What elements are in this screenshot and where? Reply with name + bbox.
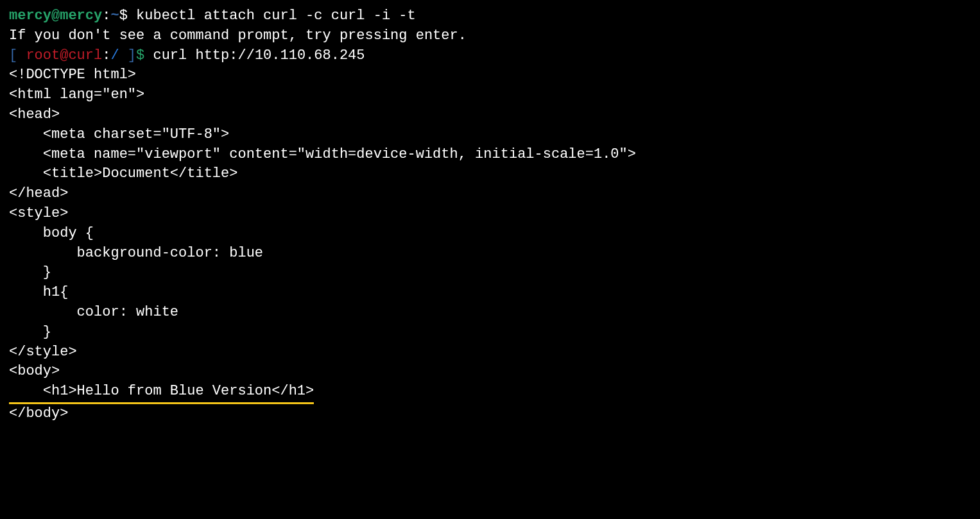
output-line: <body> <box>9 362 971 382</box>
terminal-line-prompt2[interactable]: [ root@curl:/ ]$ curl http://10.110.68.2… <box>9 46 971 66</box>
terminal-output-info: If you don't see a command prompt, try p… <box>9 26 971 46</box>
colon: : <box>102 8 110 24</box>
output-line: </head> <box>9 184 971 204</box>
path-inner: / <box>110 47 127 64</box>
output-line: <style> <box>9 204 971 224</box>
command-text: kubectl attach curl -c curl -i -t <box>136 8 416 24</box>
output-line: <title>Document</title> <box>9 164 971 184</box>
output-line: <head> <box>9 105 971 125</box>
colon-inner: : <box>102 47 110 64</box>
output-line: } <box>9 323 971 343</box>
highlighted-text: <h1>Hello from Blue Version</h1> <box>9 382 314 404</box>
command-inner: curl http://10.110.68.245 <box>153 47 365 64</box>
output-line: <meta charset="UTF-8"> <box>9 125 971 145</box>
output-line: </body> <box>9 404 971 424</box>
output-line: color: white <box>9 303 971 323</box>
user-host: mercy@mercy <box>9 8 102 24</box>
output-line: h1{ <box>9 283 971 303</box>
output-line: <html lang="en"> <box>9 85 971 105</box>
output-line: } <box>9 263 971 283</box>
dollar-inner: $ <box>136 47 153 64</box>
dollar: $ <box>119 8 136 24</box>
output-line: <meta name="viewport" content="width=dev… <box>9 145 971 165</box>
bracket-open: [ <box>9 47 26 64</box>
output-line: background-color: blue <box>9 244 971 264</box>
output-line-highlighted: <h1>Hello from Blue Version</h1> <box>9 382 971 404</box>
user-host-inner: root@curl <box>26 47 102 64</box>
output-line: </style> <box>9 343 971 362</box>
terminal-line-prompt1[interactable]: mercy@mercy:~$ kubectl attach curl -c cu… <box>9 6 971 26</box>
path: ~ <box>110 8 119 24</box>
output-line: <!DOCTYPE html> <box>9 65 971 85</box>
bracket-close: ] <box>128 47 136 64</box>
output-line: body { <box>9 224 971 244</box>
